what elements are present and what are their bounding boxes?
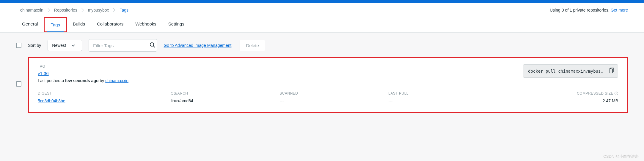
repo-usage-text: Using 0 of 1 private repositories. <box>550 8 611 12</box>
tab-collaborators[interactable]: Collaborators <box>91 17 129 32</box>
pushed-mid: by <box>99 78 106 83</box>
breadcrumb-item-repositories[interactable]: Repositories <box>50 3 81 17</box>
chevron-down-icon <box>71 43 75 48</box>
col-scanned: SCANNED <box>279 91 388 95</box>
tabs-row: General Tags Builds Collaborators Webhoo… <box>0 17 644 33</box>
col-osarch: OS/ARCH <box>171 91 279 95</box>
toolbar: Sort by Newest Go to Advanced Image Mana… <box>0 33 644 57</box>
svg-point-0 <box>150 43 154 46</box>
sort-select-value: Newest <box>52 43 66 48</box>
pull-command-text: docker pull chinamaxxin/mybusybo… <box>528 69 605 74</box>
breadcrumb-item-user[interactable]: chinamaxxin <box>16 3 48 17</box>
select-tag-checkbox[interactable] <box>16 81 21 87</box>
top-bar <box>0 0 644 3</box>
filter-tags-searchbox[interactable] <box>89 39 157 52</box>
advanced-image-management-link[interactable]: Go to Advanced Image Management <box>164 43 231 48</box>
breadcrumb-item-repo[interactable]: mybusybox <box>84 3 113 17</box>
tag-pushed-info: Last pushed a few seconds ago by chinama… <box>38 78 128 83</box>
svg-line-1 <box>153 46 155 47</box>
cell-size: 2.47 MB <box>497 98 618 103</box>
col-lastpull: LAST PULL <box>388 91 497 95</box>
col-size: COMPRESSED SIZEi <box>497 91 618 95</box>
pushed-by-link[interactable]: chinamaxxin <box>105 78 128 83</box>
filter-tags-input[interactable] <box>93 43 150 48</box>
search-icon[interactable] <box>150 42 155 49</box>
pushed-prefix: Last pushed <box>38 78 62 83</box>
sort-select[interactable]: Newest <box>48 40 82 51</box>
repo-usage: Using 0 of 1 private repositories. Get m… <box>550 8 628 12</box>
digest-link[interactable]: 5cd3db04b8be <box>38 98 65 103</box>
tab-general[interactable]: General <box>16 17 44 32</box>
tab-builds[interactable]: Builds <box>67 17 91 32</box>
tab-webhooks[interactable]: Webhooks <box>129 17 162 32</box>
sortby-label: Sort by <box>28 43 41 48</box>
pushed-time: a few seconds ago <box>62 78 98 83</box>
tag-card-wrap: TAG v1.36 Last pushed a few seconds ago … <box>0 57 644 118</box>
tab-tags[interactable]: Tags <box>44 17 67 32</box>
cell-digest: 5cd3db04b8be <box>38 98 171 103</box>
cell-osarch: linux/amd64 <box>171 98 279 103</box>
svg-rect-2 <box>609 69 612 73</box>
chevron-right-icon <box>113 8 115 12</box>
tag-card-header: TAG v1.36 Last pushed a few seconds ago … <box>38 64 618 83</box>
chevron-right-icon <box>48 8 50 12</box>
header-row: chinamaxxin Repositories mybusybox Tags … <box>0 3 644 17</box>
delete-button[interactable]: Delete <box>240 40 265 51</box>
info-icon[interactable]: i <box>615 92 618 95</box>
tag-card: TAG v1.36 Last pushed a few seconds ago … <box>28 57 628 113</box>
cell-scanned: --- <box>279 98 388 103</box>
tag-section-label: TAG <box>38 64 128 68</box>
tag-name-link[interactable]: v1.36 <box>38 71 49 76</box>
col-digest: DIGEST <box>38 91 171 95</box>
chevron-right-icon <box>81 8 84 12</box>
select-all-checkbox[interactable] <box>16 43 21 48</box>
pull-command-box[interactable]: docker pull chinamaxxin/mybusybo… <box>523 64 618 78</box>
breadcrumb-item-tags[interactable]: Tags <box>115 3 133 17</box>
tab-settings[interactable]: Settings <box>162 17 190 32</box>
get-more-link[interactable]: Get more <box>611 8 628 12</box>
cell-lastpull: --- <box>388 98 497 103</box>
breadcrumb: chinamaxxin Repositories mybusybox Tags <box>16 3 133 17</box>
tag-details-table: DIGEST OS/ARCH SCANNED LAST PULL COMPRES… <box>38 91 618 103</box>
copy-icon[interactable] <box>609 68 614 74</box>
